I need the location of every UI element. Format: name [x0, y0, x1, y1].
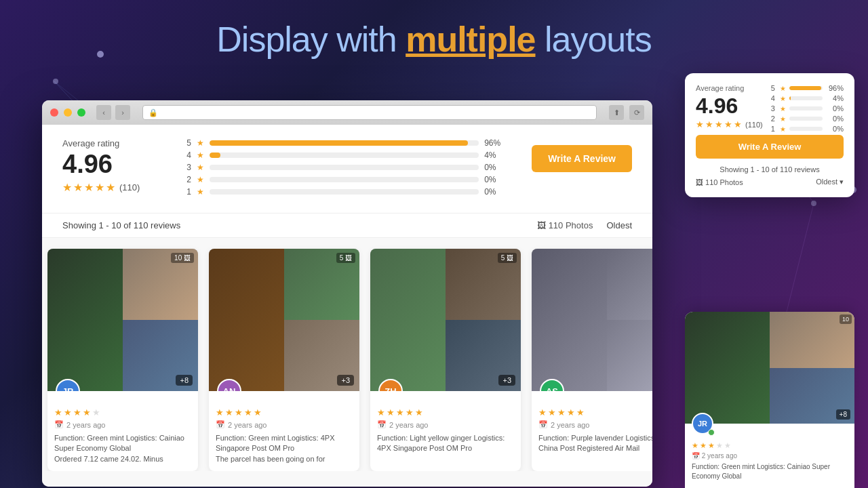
card-image-main-3 — [370, 249, 446, 391]
card-text-2: Function: Green mint Logistics: 4PX Sing… — [216, 433, 353, 454]
card-image-sm-4b — [607, 320, 652, 391]
ovr-main-img — [685, 312, 770, 424]
forward-button[interactable]: › — [115, 105, 130, 120]
overlay-avg-label: Average rating — [696, 84, 763, 92]
rating-bars: 5 ★ 96% 4 ★ 4% 3 ★ — [184, 138, 505, 199]
bar-num-4: 4 — [184, 150, 191, 160]
star-5: ★ — [106, 181, 115, 194]
card-date-1: 📅 2 years ago — [54, 420, 191, 429]
overlay-bars: 5 ★ 96% 4 ★ 4% 3 ★ 0% — [771, 84, 844, 135]
card-text-4: Function: Purple lavender Logistics: Chi… — [538, 433, 652, 454]
bar-star-4: ★ — [197, 150, 204, 160]
star-1: ★ — [62, 181, 72, 194]
reviews-bar: Showing 1 - 10 of 110 reviews 🖼 110 Phot… — [42, 214, 652, 238]
avg-rating-number: 4.96 — [62, 151, 157, 177]
review-card-4: 5 🖼 +3 AS ✓ ★ ★ ★ ★ ★ 📅 2 years ago Func… — [532, 249, 652, 471]
overlay-footer: 🖼 110 Photos Oldest ▾ — [696, 178, 844, 186]
ovr-stars: ★ ★ ★ ★ ★ — [692, 441, 848, 450]
overlay-oldest-filter[interactable]: Oldest ▾ — [816, 178, 844, 186]
star-3: ★ — [84, 181, 94, 194]
card-date-2: 📅 2 years ago — [216, 420, 353, 429]
address-bar[interactable]: 🔒 — [142, 105, 597, 120]
browser-nav: ‹ › — [96, 105, 130, 120]
bar-star-3: ★ — [197, 163, 204, 172]
overlay-bar-4: 4 ★ 4% — [771, 94, 844, 102]
page-headline: Display with multiple layouts — [216, 19, 651, 60]
overlay-bar-3: 3 ★ 0% — [771, 104, 844, 113]
card-image-side-3 — [446, 249, 521, 391]
refresh-button[interactable]: ⟳ — [629, 105, 644, 120]
overlay-showing-text: Showing 1 - 10 of 110 reviews — [696, 165, 844, 174]
bar-track-4 — [210, 152, 479, 158]
rating-section: Average rating 4.96 ★ ★ ★ ★ ★ (110) 5 ★ — [42, 125, 652, 214]
bar-track-5 — [210, 140, 479, 146]
card-date-3: 📅 2 years ago — [377, 420, 514, 429]
oldest-filter[interactable]: Oldest — [606, 220, 632, 230]
overlay-avg-number: 4.96 — [696, 95, 763, 117]
headline-suffix: layouts — [536, 20, 652, 59]
review-card-1: 10 🖼 +8 JR ✓ ★ ★ ★ ★ ★ 📅 2 years ago Fun… — [47, 249, 198, 471]
bar-fill-4 — [210, 152, 220, 158]
bar-pct-2: 0% — [484, 175, 505, 184]
overlay-stars-row: ★ ★ ★ ★ ★ (110) — [696, 119, 763, 129]
headline-prefix: Display with — [216, 20, 406, 59]
bar-track-1 — [210, 189, 479, 195]
card-text-1: Function: Green mint Logistics: Cainiao … — [54, 433, 191, 454]
avg-stars-row: ★ ★ ★ ★ ★ (110) — [62, 181, 157, 194]
bar-star-5: ★ — [197, 138, 204, 148]
bar-num-1: 1 — [184, 187, 191, 197]
bar-num-2: 2 — [184, 175, 191, 184]
share-button[interactable]: ⬆ — [609, 105, 624, 120]
card-image-side-1 — [123, 249, 198, 391]
card-photo-count-3: 5 🖼 — [498, 253, 517, 263]
bar-pct-1: 0% — [484, 187, 505, 197]
bar-track-2 — [210, 177, 479, 182]
card-count-badge-3: +3 — [498, 375, 515, 386]
card-subtext-1: Ordered 7.12 came 24.02. Minus — [54, 454, 191, 464]
browser-titlebar: ‹ › 🔒 ⬆ ⟳ — [42, 100, 652, 125]
bar-num-5: 5 — [184, 138, 191, 148]
card-stars-4: ★ ★ ★ ★ ★ — [538, 407, 652, 418]
overlay-photos-link[interactable]: 🖼 110 Photos — [696, 178, 743, 186]
card-images-4: 5 🖼 +3 AS ✓ — [532, 249, 652, 391]
bar-star-2: ★ — [197, 175, 204, 184]
bar-pct-3: 0% — [484, 163, 505, 172]
card-count-badge-2: +3 — [337, 375, 354, 386]
review-card-2: 5 🖼 +3 AN ✓ ★ ★ ★ ★ ★ 📅 2 years ago Func… — [209, 249, 359, 471]
close-button[interactable] — [50, 108, 58, 117]
bar-star-1: ★ — [197, 187, 204, 197]
ovr-date: 📅 2 years ago — [692, 452, 848, 460]
card-subtext-2: The parcel has been going on for — [216, 454, 353, 464]
bar-pct-4: 4% — [484, 150, 505, 160]
maximize-button[interactable] — [77, 108, 85, 117]
average-rating-block: Average rating 4.96 ★ ★ ★ ★ ★ (110) — [62, 138, 157, 194]
card-image-sm-4a — [607, 249, 652, 320]
bar-row-1: 1 ★ 0% — [184, 187, 505, 197]
overlay-write-review-button[interactable]: Write A Review — [696, 135, 844, 159]
ovr-photo-count: 10 — [840, 314, 852, 324]
ovr-avatar-container: JR — [692, 413, 713, 434]
write-review-button[interactable]: Write A Review — [532, 145, 632, 172]
card-stars-2: ★ ★ ★ ★ ★ — [216, 407, 353, 418]
browser-window: ‹ › 🔒 ⬆ ⟳ Average rating 4.96 ★ ★ ★ ★ ★ … — [42, 100, 652, 487]
review-cards-grid: 10 🖼 +8 JR ✓ ★ ★ ★ ★ ★ 📅 2 years ago Fun… — [42, 238, 652, 471]
headline-highlight: multiple — [406, 20, 535, 59]
card-count-badge-1: +8 — [176, 375, 193, 386]
svg-point-8 — [97, 51, 104, 58]
overlay-track-5 — [789, 86, 823, 90]
back-button[interactable]: ‹ — [96, 105, 111, 120]
overlay-panel: Average rating 4.96 ★ ★ ★ ★ ★ (110) 5 ★ … — [685, 73, 854, 197]
photos-link[interactable]: 🖼 110 Photos — [537, 220, 593, 230]
card-stars-3: ★ ★ ★ ★ ★ — [377, 407, 514, 418]
card-body-3: ★ ★ ★ ★ ★ 📅 2 years ago Function: Light … — [370, 391, 521, 461]
card-date-4: 📅 2 years ago — [538, 420, 652, 429]
card-images-2: 5 🖼 +3 AN ✓ — [209, 249, 359, 391]
minimize-button[interactable] — [64, 108, 72, 117]
bar-row-5: 5 ★ 96% — [184, 138, 505, 148]
card-photo-count-2: 5 🖼 — [336, 253, 355, 263]
card-stars-1: ★ ★ ★ ★ ★ — [54, 407, 191, 418]
card-images-3: 5 🖼 +3 ZH ✓ — [370, 249, 521, 391]
card-body-1: ★ ★ ★ ★ ★ 📅 2 years ago Function: Green … — [47, 391, 198, 471]
overlay-rating-count: (110) — [745, 121, 763, 129]
bar-pct-5: 96% — [484, 138, 505, 148]
